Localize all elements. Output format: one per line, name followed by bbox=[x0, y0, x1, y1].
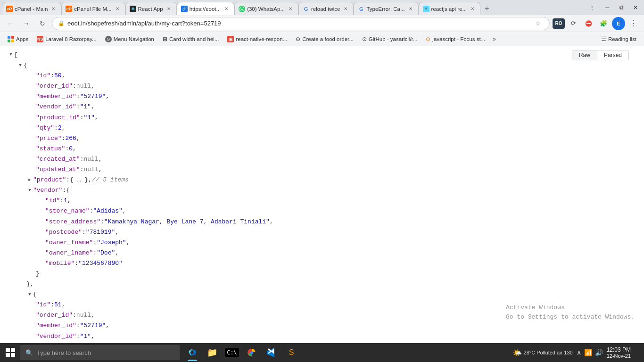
val-created-at: null bbox=[83, 154, 98, 165]
val-member-id2: "52719" bbox=[80, 321, 106, 331]
taskbar-app-sublime[interactable]: S bbox=[282, 343, 301, 362]
json-line-mobile: "mobile": "1234567890" bbox=[8, 258, 636, 269]
volume-icon[interactable]: 🔊 bbox=[595, 349, 603, 356]
network-icon[interactable]: 📶 bbox=[584, 349, 592, 356]
address-bar: ← → ↻ 🔒 eoot.in/shopefresh/admin/api/aut… bbox=[0, 15, 644, 32]
raw-button[interactable]: Raw bbox=[572, 50, 597, 60]
key-vendor-id2: "vendor_id" bbox=[36, 331, 76, 342]
extension-adblocker-button[interactable]: ⛔ bbox=[582, 17, 595, 30]
reading-list-button[interactable]: ☰ Reading list bbox=[597, 35, 640, 43]
tab-close-cpanel-main[interactable]: ✕ bbox=[50, 5, 57, 13]
bookmark-rn-favicon: ▣ bbox=[227, 36, 234, 42]
bookmark-github[interactable]: ⊙ GitHub - yasaricli/r... bbox=[358, 35, 421, 43]
taskbar-app-file-explorer[interactable]: 📁 bbox=[203, 343, 222, 362]
tab-close-reactjs-api[interactable]: ✕ bbox=[469, 5, 476, 13]
tab-close-eoot[interactable]: ✕ bbox=[223, 5, 230, 13]
tab-label-react-app: React App bbox=[138, 6, 163, 12]
tab-react-app[interactable]: ⚛ React App ✕ bbox=[125, 2, 177, 15]
tab-label-whatsapp: (30) WhatsAp... bbox=[247, 6, 285, 12]
key-order-id2: "order_id" bbox=[36, 310, 73, 321]
taskbar-app-edge[interactable] bbox=[183, 343, 202, 362]
profile-button[interactable]: E bbox=[612, 17, 625, 30]
key-id2: "id" bbox=[36, 300, 50, 310]
restore-button[interactable]: ⧉ bbox=[615, 1, 628, 14]
toggle-array[interactable]: ▼ bbox=[8, 52, 14, 58]
bookmark-laravel[interactable]: NS Laravel 8 Razorpay... bbox=[33, 35, 100, 43]
tab-close-typeerror[interactable]: ✕ bbox=[407, 5, 414, 13]
tab-close-reload-twice[interactable]: ✕ bbox=[342, 5, 349, 13]
vscode-icon bbox=[267, 348, 276, 357]
bookmark-rn-label: react-native-respon... bbox=[236, 36, 287, 42]
val-owner-lname: "Doe" bbox=[97, 248, 115, 258]
toggle-product[interactable]: ▶ bbox=[26, 177, 33, 183]
tab-eoot[interactable]: 🔗 https://eoot... ✕ bbox=[177, 2, 234, 15]
taskbar-app-chrome[interactable] bbox=[242, 343, 261, 362]
json-line-created-at: "created_at": null, bbox=[8, 154, 636, 165]
tab-typeerror[interactable]: G TypeError: Ca... ✕ bbox=[354, 2, 418, 15]
bracket-obj1-open: { bbox=[24, 60, 27, 71]
json-line-product: ▶ "product": { … }, // 5 items bbox=[8, 175, 636, 185]
tab-whatsapp[interactable]: (30) WhatsAp... ✕ bbox=[234, 2, 298, 15]
val-member-id: "52719" bbox=[80, 91, 106, 102]
toggle-obj2[interactable]: ▼ bbox=[26, 291, 33, 298]
bookmark-apps[interactable]: Apps bbox=[4, 35, 32, 43]
url-bar[interactable]: 🔒 eoot.in/shopefresh/admin/api/auth/my-c… bbox=[52, 17, 550, 30]
toggle-vendor[interactable]: ▼ bbox=[26, 187, 33, 194]
tab-close-cpanel-file[interactable]: ✕ bbox=[114, 5, 121, 13]
tabs-area: cP cPanel - Main ✕ cP cPanel File M... ✕… bbox=[2, 0, 584, 15]
extensions-button[interactable]: 🧩 bbox=[597, 17, 610, 30]
json-line-vendor-id: "vendor_id": "1", bbox=[8, 102, 636, 112]
bookmark-react-native[interactable]: ▣ react-native-respon... bbox=[223, 35, 291, 43]
bookmark-card-label: Card width and hei... bbox=[169, 36, 219, 42]
reload-button[interactable]: ↻ bbox=[36, 17, 49, 30]
bookmark-menu-nav[interactable]: ⊙ Menu Navigation bbox=[101, 35, 158, 43]
more-bookmarks-button[interactable]: » bbox=[490, 35, 499, 43]
weather-area: 🌤️ 28°C Polluted air 130 bbox=[512, 348, 573, 357]
tab-overflow-button[interactable]: ⋮ bbox=[586, 1, 599, 14]
val-id2: 51 bbox=[54, 300, 62, 310]
taskbar-search-bar[interactable]: 🔍 Type here to search bbox=[20, 345, 180, 360]
json-line-obj2-open: ▼ { bbox=[8, 289, 636, 300]
tab-reactjs-api[interactable]: ⚛ reactjs api re... ✕ bbox=[419, 2, 480, 15]
extension-refresh-button[interactable]: ⟳ bbox=[567, 17, 580, 30]
minimize-button[interactable]: ─ bbox=[601, 1, 614, 14]
back-button[interactable]: ← bbox=[4, 17, 17, 30]
tab-cpanel-file[interactable]: cP cPanel File M... ✕ bbox=[61, 2, 125, 15]
forward-button[interactable]: → bbox=[20, 17, 33, 30]
bookmark-star-button[interactable]: ☆ bbox=[532, 18, 544, 29]
bookmark-card[interactable]: ⊞ Card width and hei... bbox=[159, 35, 223, 43]
taskbar-app-vscode[interactable] bbox=[262, 343, 281, 362]
menu-button[interactable]: ⋮ bbox=[627, 17, 640, 30]
json-line-vendor-close: } bbox=[8, 269, 636, 279]
toggle-obj1[interactable]: ▼ bbox=[17, 62, 24, 69]
parsed-button[interactable]: Parsed bbox=[597, 50, 628, 60]
comment-product: // 5 items bbox=[92, 175, 129, 185]
key-status: "status" bbox=[36, 144, 65, 154]
tab-cpanel-main[interactable]: cP cPanel - Main ✕ bbox=[2, 2, 61, 15]
bookmark-github-favicon: ⊙ bbox=[362, 36, 367, 42]
key-updated-at: "updated_at" bbox=[36, 165, 80, 175]
tab-close-react-app[interactable]: ✕ bbox=[165, 5, 173, 13]
close-button[interactable]: ✕ bbox=[629, 1, 642, 14]
json-line-vendor-id-val: "id": 1, bbox=[8, 196, 636, 206]
show-desktop-button[interactable] bbox=[635, 343, 638, 362]
val-qty: 2 bbox=[58, 123, 62, 133]
taskbar-app-terminal[interactable]: C:\ bbox=[223, 343, 241, 362]
extension-ro-button[interactable]: RO bbox=[553, 18, 565, 29]
tab-favicon-google1: G bbox=[303, 6, 309, 12]
bookmark-food[interactable]: ⊙ Create a food order... bbox=[292, 35, 357, 43]
new-tab-button[interactable]: + bbox=[480, 2, 494, 15]
val-vendor-id: "1" bbox=[80, 102, 91, 112]
val-status: 0 bbox=[69, 144, 73, 154]
tab-label-cpanel-main: cPanel - Main bbox=[15, 6, 48, 12]
bookmark-javascript[interactable]: ⊙ javascript - Focus st... bbox=[422, 35, 489, 43]
taskbar-clock[interactable]: 12:03 PM 12-Nov-21 bbox=[607, 346, 631, 359]
tab-label-reload-twice: reload twice bbox=[311, 6, 340, 12]
tab-reload-twice[interactable]: G reload twice ✕ bbox=[298, 2, 354, 15]
json-line-obj1-open: ▼ { bbox=[8, 60, 636, 71]
apps-grid-icon bbox=[8, 36, 14, 42]
lock-icon: 🔒 bbox=[58, 20, 65, 26]
tab-close-whatsapp[interactable]: ✕ bbox=[287, 5, 294, 13]
start-button[interactable] bbox=[2, 344, 19, 361]
chevron-up-icon[interactable]: ∧ bbox=[577, 349, 581, 356]
